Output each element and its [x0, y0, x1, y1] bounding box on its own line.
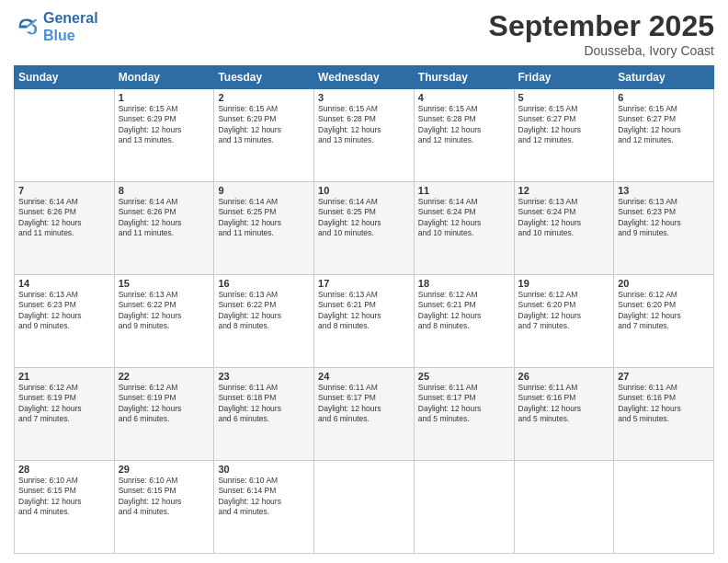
calendar-header-row: Sunday Monday Tuesday Wednesday Thursday… [15, 66, 714, 89]
table-row: 23Sunrise: 6:11 AMSunset: 6:18 PMDayligh… [214, 368, 314, 461]
day-number: 20 [618, 278, 710, 289]
day-number: 27 [618, 371, 710, 382]
col-saturday: Saturday [614, 66, 714, 89]
table-row: 15Sunrise: 6:13 AMSunset: 6:22 PMDayligh… [114, 275, 214, 368]
calendar-week-row: 21Sunrise: 6:12 AMSunset: 6:19 PMDayligh… [15, 368, 714, 461]
table-row: 26Sunrise: 6:11 AMSunset: 6:16 PMDayligh… [514, 368, 614, 461]
day-info: Sunrise: 6:11 AMSunset: 6:17 PMDaylight:… [418, 383, 510, 425]
day-number: 1 [119, 92, 210, 103]
day-number: 26 [518, 371, 610, 382]
page: General Blue September 2025 Dousseba, Iv… [0, 0, 728, 563]
logo-icon [14, 14, 40, 40]
day-info: Sunrise: 6:12 AMSunset: 6:19 PMDaylight:… [18, 383, 110, 425]
table-row: 1Sunrise: 6:15 AMSunset: 6:29 PMDaylight… [114, 89, 214, 182]
calendar-week-row: 14Sunrise: 6:13 AMSunset: 6:23 PMDayligh… [15, 275, 714, 368]
day-number: 11 [418, 185, 510, 196]
table-row: 21Sunrise: 6:12 AMSunset: 6:19 PMDayligh… [15, 368, 115, 461]
logo: General Blue [14, 9, 98, 44]
day-info: Sunrise: 6:11 AMSunset: 6:16 PMDaylight:… [618, 383, 710, 425]
day-info: Sunrise: 6:15 AMSunset: 6:29 PMDaylight:… [119, 104, 210, 146]
day-info: Sunrise: 6:14 AMSunset: 6:25 PMDaylight:… [218, 197, 310, 239]
day-number: 25 [418, 371, 510, 382]
col-thursday: Thursday [414, 66, 514, 89]
day-number: 15 [119, 278, 210, 289]
col-sunday: Sunday [15, 66, 115, 89]
day-info: Sunrise: 6:13 AMSunset: 6:22 PMDaylight:… [218, 290, 310, 332]
day-number: 17 [318, 278, 410, 289]
month-title: September 2025 [489, 9, 714, 43]
table-row: 14Sunrise: 6:13 AMSunset: 6:23 PMDayligh… [15, 275, 115, 368]
day-number: 21 [18, 371, 110, 382]
col-friday: Friday [514, 66, 614, 89]
day-info: Sunrise: 6:14 AMSunset: 6:25 PMDaylight:… [318, 197, 410, 239]
col-monday: Monday [114, 66, 214, 89]
day-number: 29 [119, 464, 210, 475]
day-info: Sunrise: 6:15 AMSunset: 6:27 PMDaylight:… [518, 104, 610, 146]
day-info: Sunrise: 6:10 AMSunset: 6:14 PMDaylight:… [218, 476, 310, 518]
day-info: Sunrise: 6:13 AMSunset: 6:22 PMDaylight:… [119, 290, 210, 332]
day-number: 10 [318, 185, 410, 196]
day-number: 5 [518, 92, 610, 103]
table-row: 28Sunrise: 6:10 AMSunset: 6:15 PMDayligh… [15, 461, 115, 554]
day-info: Sunrise: 6:14 AMSunset: 6:26 PMDaylight:… [18, 197, 110, 239]
table-row [414, 461, 514, 554]
table-row: 5Sunrise: 6:15 AMSunset: 6:27 PMDaylight… [514, 89, 614, 182]
table-row: 25Sunrise: 6:11 AMSunset: 6:17 PMDayligh… [414, 368, 514, 461]
day-number: 8 [119, 185, 210, 196]
table-row [314, 461, 415, 554]
day-info: Sunrise: 6:11 AMSunset: 6:16 PMDaylight:… [518, 383, 610, 425]
day-info: Sunrise: 6:14 AMSunset: 6:24 PMDaylight:… [418, 197, 510, 239]
day-info: Sunrise: 6:12 AMSunset: 6:21 PMDaylight:… [418, 290, 510, 332]
calendar-week-row: 7Sunrise: 6:14 AMSunset: 6:26 PMDaylight… [15, 182, 714, 275]
day-info: Sunrise: 6:15 AMSunset: 6:27 PMDaylight:… [618, 104, 710, 146]
day-info: Sunrise: 6:15 AMSunset: 6:28 PMDaylight:… [418, 104, 510, 146]
day-info: Sunrise: 6:14 AMSunset: 6:26 PMDaylight:… [119, 197, 210, 239]
day-info: Sunrise: 6:13 AMSunset: 6:21 PMDaylight:… [318, 290, 410, 332]
title-block: September 2025 Dousseba, Ivory Coast [489, 9, 714, 58]
day-info: Sunrise: 6:10 AMSunset: 6:15 PMDaylight:… [18, 476, 110, 518]
day-info: Sunrise: 6:12 AMSunset: 6:20 PMDaylight:… [618, 290, 710, 332]
table-row: 6Sunrise: 6:15 AMSunset: 6:27 PMDaylight… [614, 89, 714, 182]
day-info: Sunrise: 6:13 AMSunset: 6:24 PMDaylight:… [518, 197, 610, 239]
day-info: Sunrise: 6:10 AMSunset: 6:15 PMDaylight:… [119, 476, 210, 518]
table-row [15, 89, 115, 182]
logo-text: General Blue [43, 9, 98, 44]
table-row: 24Sunrise: 6:11 AMSunset: 6:17 PMDayligh… [314, 368, 415, 461]
day-info: Sunrise: 6:12 AMSunset: 6:20 PMDaylight:… [518, 290, 610, 332]
calendar-week-row: 28Sunrise: 6:10 AMSunset: 6:15 PMDayligh… [15, 461, 714, 554]
col-tuesday: Tuesday [214, 66, 314, 89]
table-row: 20Sunrise: 6:12 AMSunset: 6:20 PMDayligh… [614, 275, 714, 368]
table-row: 29Sunrise: 6:10 AMSunset: 6:15 PMDayligh… [114, 461, 214, 554]
table-row: 16Sunrise: 6:13 AMSunset: 6:22 PMDayligh… [214, 275, 314, 368]
day-info: Sunrise: 6:12 AMSunset: 6:19 PMDaylight:… [119, 383, 210, 425]
day-info: Sunrise: 6:13 AMSunset: 6:23 PMDaylight:… [18, 290, 110, 332]
day-info: Sunrise: 6:11 AMSunset: 6:18 PMDaylight:… [218, 383, 310, 425]
day-number: 2 [218, 92, 310, 103]
table-row [514, 461, 614, 554]
table-row: 30Sunrise: 6:10 AMSunset: 6:14 PMDayligh… [214, 461, 314, 554]
day-number: 28 [18, 464, 110, 475]
table-row: 17Sunrise: 6:13 AMSunset: 6:21 PMDayligh… [314, 275, 415, 368]
table-row: 22Sunrise: 6:12 AMSunset: 6:19 PMDayligh… [114, 368, 214, 461]
table-row: 18Sunrise: 6:12 AMSunset: 6:21 PMDayligh… [414, 275, 514, 368]
day-number: 22 [119, 371, 210, 382]
day-number: 6 [618, 92, 710, 103]
table-row: 27Sunrise: 6:11 AMSunset: 6:16 PMDayligh… [614, 368, 714, 461]
table-row: 9Sunrise: 6:14 AMSunset: 6:25 PMDaylight… [214, 182, 314, 275]
day-number: 13 [618, 185, 710, 196]
day-info: Sunrise: 6:15 AMSunset: 6:29 PMDaylight:… [218, 104, 310, 146]
day-info: Sunrise: 6:11 AMSunset: 6:17 PMDaylight:… [318, 383, 410, 425]
day-info: Sunrise: 6:15 AMSunset: 6:28 PMDaylight:… [318, 104, 410, 146]
day-number: 19 [518, 278, 610, 289]
day-number: 9 [218, 185, 310, 196]
day-number: 18 [418, 278, 510, 289]
day-number: 4 [418, 92, 510, 103]
table-row: 3Sunrise: 6:15 AMSunset: 6:28 PMDaylight… [314, 89, 415, 182]
table-row: 13Sunrise: 6:13 AMSunset: 6:23 PMDayligh… [614, 182, 714, 275]
table-row: 10Sunrise: 6:14 AMSunset: 6:25 PMDayligh… [314, 182, 415, 275]
location: Dousseba, Ivory Coast [489, 43, 714, 58]
day-number: 23 [218, 371, 310, 382]
table-row: 12Sunrise: 6:13 AMSunset: 6:24 PMDayligh… [514, 182, 614, 275]
table-row: 8Sunrise: 6:14 AMSunset: 6:26 PMDaylight… [114, 182, 214, 275]
day-number: 24 [318, 371, 410, 382]
